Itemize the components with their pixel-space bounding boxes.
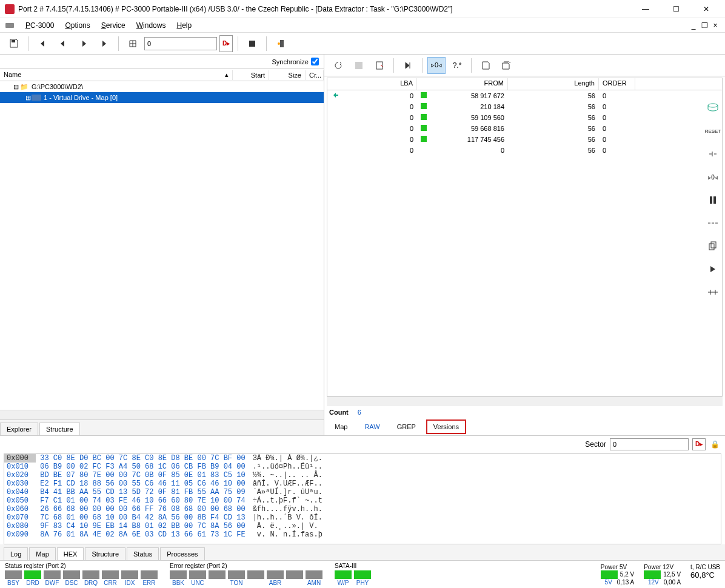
hex-row[interactable]: 0x030 E2 F1 CD 18 88 56 00 55 C6 46 11 0… <box>4 479 721 488</box>
tree-body[interactable]: ⊟ 📁 G:\PC3000\WD2\ ⊞ 1 - Virtual Drive -… <box>0 81 324 410</box>
hex-row[interactable]: 0x060 26 66 68 00 00 00 00 66 FF 76 08 6… <box>4 505 721 513</box>
table-row[interactable]: 0 59 668 816 56 0 <box>327 123 722 134</box>
tab-versions[interactable]: Versions <box>426 419 466 434</box>
col-order[interactable]: ORDER <box>599 78 635 90</box>
register-ABR: ABR <box>267 570 284 586</box>
save2-button[interactable] <box>476 57 495 74</box>
connector2-icon[interactable] <box>704 215 721 232</box>
main-toolbar: D▸ <box>0 33 725 55</box>
hex-viewer[interactable]: 0x000 33 C0 8E D0 BC 00 7C 8E C0 8E D8 B… <box>4 453 721 544</box>
tab-explorer[interactable]: Explorer <box>0 423 38 435</box>
hex-row[interactable]: 0x080 9F 83 C4 10 9E EB 14 B8 01 02 BB 0… <box>4 522 721 530</box>
btab-status[interactable]: Status <box>127 547 159 560</box>
tab-structure[interactable]: Structure <box>39 423 80 435</box>
connector1-icon[interactable] <box>704 145 721 162</box>
mdi-close-icon[interactable]: × <box>710 21 720 30</box>
last-button[interactable] <box>95 35 113 52</box>
hex-row[interactable]: 0x010 06 B9 00 02 FC F3 A4 50 68 1C 06 C… <box>4 463 721 471</box>
exit-button[interactable] <box>272 35 290 52</box>
tree-row-drive[interactable]: ⊞ 1 - Virtual Drive - Map [0] <box>0 92 324 103</box>
zero2-icon[interactable]: ▹0◃ <box>704 169 721 185</box>
menu-options[interactable]: Options <box>60 19 95 32</box>
expand-icon[interactable]: ⊞ <box>24 94 32 102</box>
btab-log[interactable]: Log <box>4 547 28 560</box>
goto-button[interactable]: D▸ <box>219 35 233 52</box>
tab-grep[interactable]: GREP <box>390 420 423 433</box>
hex-row[interactable]: 0x070 7C 68 01 00 68 10 00 B4 42 8A 56 0… <box>4 513 721 522</box>
tree-col-cr[interactable]: Cr... <box>306 70 324 80</box>
minimize-button[interactable]: — <box>632 1 660 18</box>
table-row[interactable]: 0 0 56 0 <box>327 145 722 156</box>
menu-pc3000[interactable]: PC-3000 <box>21 19 59 32</box>
play-icon[interactable] <box>704 261 721 278</box>
play-skip-button[interactable] <box>399 57 417 74</box>
tree-row-root[interactable]: ⊟ 📁 G:\PC3000\WD2\ <box>0 81 324 92</box>
hex-row[interactable]: 0x020 BD BE 07 80 7E 00 00 7C 0B 0F 85 0… <box>4 471 721 479</box>
drive-icon[interactable] <box>704 99 721 116</box>
reset-icon[interactable]: RESET <box>704 122 721 139</box>
first-button[interactable] <box>33 35 52 52</box>
prev-button[interactable] <box>54 35 72 52</box>
tree-col-size[interactable]: Size <box>269 70 306 80</box>
grid-button[interactable] <box>124 35 142 52</box>
tree-col-name[interactable]: Name▴ <box>0 70 233 80</box>
saveall-button[interactable] <box>497 57 515 74</box>
power-5v: Power 5V 5,2 V 5V0,13 A <box>601 564 634 586</box>
sync-bar: Synchronize <box>0 55 324 69</box>
sector-input[interactable] <box>610 438 689 450</box>
expand-icon[interactable]: ⊟ <box>12 83 19 91</box>
table-row[interactable]: 0 210 184 56 0 <box>327 101 722 112</box>
menu-help[interactable]: Help <box>172 19 196 32</box>
sector-goto-button[interactable]: D▸ <box>692 438 706 450</box>
register-UNC: UNC <box>189 570 206 586</box>
maximize-button[interactable]: ☐ <box>662 1 690 18</box>
register-IDX: IDX <box>121 570 138 586</box>
register-CRR: CRR <box>102 570 119 586</box>
copy-icon[interactable] <box>704 238 721 255</box>
window-title: Port 2 # 7.4.15(7.4.15.13406) # PC-3000 … <box>18 5 632 13</box>
svg-rect-10 <box>713 196 716 204</box>
sata-label: SATA-III <box>335 563 371 569</box>
table-row[interactable]: 0 117 745 456 56 0 <box>327 134 722 145</box>
register-DRD: DRD <box>24 570 41 586</box>
mdi-restore-icon[interactable]: ❐ <box>700 21 709 30</box>
menu-windows[interactable]: Windows <box>132 19 171 32</box>
refresh-button[interactable] <box>329 57 347 74</box>
next-button[interactable] <box>75 35 93 52</box>
table-row[interactable]: 0 58 917 672 56 0 <box>327 90 722 101</box>
hex-row[interactable]: 0x040 B4 41 BB AA 55 CD 13 5D 72 0F 81 F… <box>4 488 721 496</box>
tab-map[interactable]: Map <box>328 420 354 433</box>
rtable-hscroll[interactable] <box>327 396 723 406</box>
close-button[interactable]: ✕ <box>692 1 720 18</box>
btab-map[interactable]: Map <box>29 547 55 560</box>
hex-row[interactable]: 0x000 33 C0 8E D0 BC 00 7C 8E C0 8E D8 B… <box>4 454 721 463</box>
stop2-button[interactable] <box>350 57 368 74</box>
pause-icon[interactable] <box>704 192 721 209</box>
btab-processes[interactable]: Processes <box>160 547 204 560</box>
toolbar-offset-input[interactable] <box>144 37 217 50</box>
btab-hex[interactable]: HEX <box>57 547 84 560</box>
col-length[interactable]: Length <box>508 78 599 90</box>
save-button[interactable] <box>5 35 23 52</box>
menu-service[interactable]: Service <box>96 19 130 32</box>
zero-button[interactable]: ▹0◃ <box>427 57 446 74</box>
stop-button[interactable] <box>243 35 261 52</box>
svg-rect-11 <box>709 244 714 250</box>
wildcard-button[interactable]: ?.* <box>448 57 466 74</box>
export-button[interactable] <box>370 57 389 74</box>
hex-row[interactable]: 0x050 F7 C1 01 00 74 03 FE 46 10 66 60 8… <box>4 496 721 505</box>
app-icon <box>5 4 15 14</box>
tree-hscroll[interactable] <box>0 410 324 419</box>
btab-structure[interactable]: Structure <box>85 547 125 560</box>
sync-checkbox[interactable] <box>311 58 319 65</box>
connector3-icon[interactable] <box>704 284 721 301</box>
hex-row[interactable]: 0x090 8A 76 01 8A 4E 02 8A 6E 03 CD 13 6… <box>4 530 721 539</box>
mdi-minimize-icon[interactable]: _ <box>689 21 698 30</box>
col-lba[interactable]: LBA <box>344 78 417 90</box>
tree-col-start[interactable]: Start <box>233 70 269 80</box>
lock-icon[interactable]: 🔒 <box>709 440 720 449</box>
table-row[interactable]: 0 59 109 560 56 0 <box>327 112 722 123</box>
tab-raw[interactable]: RAW <box>358 420 386 433</box>
col-from[interactable]: FROM <box>417 78 508 90</box>
rtable-body[interactable]: 0 58 917 672 56 0 0 210 184 56 0 0 59 10… <box>327 90 722 396</box>
